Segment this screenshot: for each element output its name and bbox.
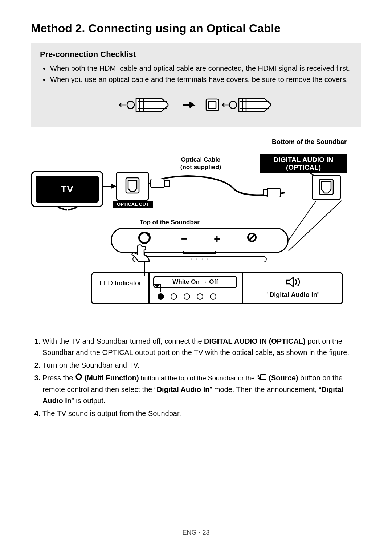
led-dots bbox=[158, 293, 216, 300]
optical-out-port bbox=[116, 172, 149, 201]
checklist-box: Pre-connection Checklist When both the H… bbox=[31, 43, 361, 127]
svg-rect-15 bbox=[267, 188, 281, 197]
multi-function-button-icon bbox=[138, 232, 151, 244]
tv-stand bbox=[56, 207, 78, 209]
cover-removal-diagram bbox=[40, 90, 352, 119]
svg-point-26 bbox=[202, 259, 203, 260]
svg-rect-13 bbox=[151, 179, 164, 188]
svg-point-25 bbox=[196, 259, 197, 260]
checklist-item: When both the HDMI cable and optical cab… bbox=[50, 63, 352, 74]
label-digital-audio-in: DIGITAL AUDIO IN (OPTICAL) bbox=[260, 154, 347, 173]
page-title: Method 2. Connecting using an Optical Ca… bbox=[31, 22, 361, 35]
volume-down-icon: − bbox=[181, 233, 188, 245]
led-indicator-panel: LED Indicator White On → Off "Digital Au… bbox=[91, 272, 343, 304]
svg-rect-14 bbox=[164, 180, 170, 186]
digital-audio-in-port bbox=[312, 175, 341, 200]
svg-point-7 bbox=[229, 101, 237, 109]
soundbar-notch bbox=[183, 251, 216, 254]
svg-line-29 bbox=[249, 234, 255, 240]
label-bottom-soundbar: Bottom of the Soundbar bbox=[272, 138, 347, 146]
svg-point-30 bbox=[76, 374, 81, 379]
svg-point-27 bbox=[207, 259, 208, 260]
step-1: With the TV and Soundbar turned off, con… bbox=[42, 336, 361, 358]
page-footer: ENG - 23 bbox=[0, 529, 392, 536]
svg-point-24 bbox=[191, 259, 192, 260]
checklist-item: When you use an optical cable and the te… bbox=[50, 74, 352, 85]
volume-up-icon: + bbox=[214, 233, 220, 245]
speaker-output-icon bbox=[248, 276, 339, 290]
svg-point-0 bbox=[127, 101, 134, 109]
svg-line-18 bbox=[284, 201, 316, 246]
white-on-off-label: White On → Off bbox=[153, 276, 237, 288]
step-4: The TV sound is output from the Soundbar… bbox=[42, 408, 361, 419]
label-optical-cable: Optical Cable (not supplied) bbox=[168, 156, 233, 171]
source-inline-icon bbox=[257, 372, 267, 384]
connection-diagram: Bottom of the Soundbar Optical Cable (no… bbox=[31, 138, 361, 327]
tv-graphic: TV bbox=[31, 171, 103, 207]
optical-out-label: OPTICAL OUT bbox=[113, 201, 153, 208]
instruction-steps: With the TV and Soundbar turned off, con… bbox=[31, 336, 361, 419]
digital-audio-in-text: "Digital Audio In" bbox=[246, 291, 340, 299]
svg-rect-16 bbox=[263, 190, 268, 196]
svg-rect-6 bbox=[209, 101, 216, 109]
svg-rect-31 bbox=[260, 375, 266, 380]
label-top-soundbar: Top of the Soundbar bbox=[140, 219, 200, 226]
multi-function-inline-icon bbox=[75, 372, 82, 384]
mute-icon bbox=[246, 232, 257, 245]
tv-label: TV bbox=[36, 176, 99, 203]
step-2: Turn on the Soundbar and TV. bbox=[42, 360, 361, 371]
checklist-heading: Pre-connection Checklist bbox=[40, 50, 352, 59]
led-indicator-label: LED Indicator bbox=[92, 279, 148, 288]
finger-press-icon bbox=[130, 244, 155, 267]
svg-line-19 bbox=[289, 201, 342, 251]
step-3: Press the (Multi Function) button at the… bbox=[42, 372, 361, 406]
